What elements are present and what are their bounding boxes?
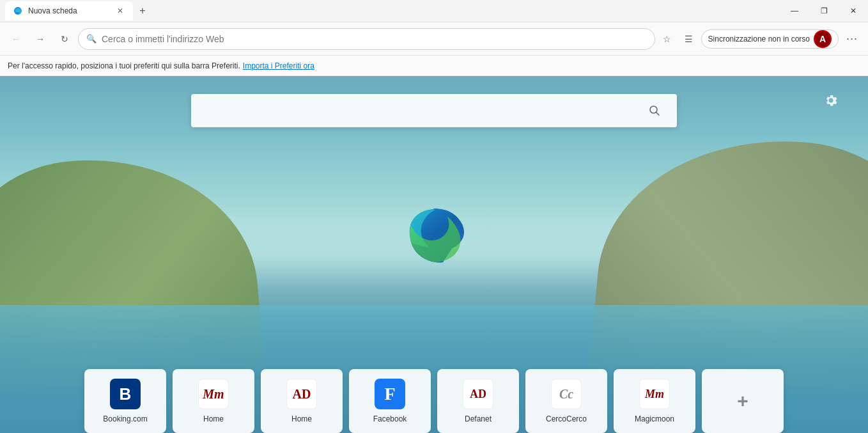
quick-link-defanet[interactable]: AD Defanet — [437, 369, 519, 433]
home2-label: Home — [291, 414, 312, 423]
settings-gear-button[interactable] — [819, 89, 842, 112]
quick-link-add[interactable]: + — [702, 369, 784, 433]
cercocerco-icon: Cc — [551, 379, 582, 409]
quick-link-magicmoon[interactable]: Mm Magicmoon — [614, 369, 695, 433]
quick-link-booking[interactable]: B Booking.com — [84, 369, 166, 433]
favbar-message: Per l'accesso rapido, posiziona i tuoi p… — [8, 61, 240, 70]
search-bar[interactable] — [191, 94, 677, 127]
magicmoon-icon: Mm — [639, 379, 670, 409]
navbar: ← → ↻ 🔍 ☆ ☰ Sincronizzazione non in cors… — [0, 22, 868, 56]
window-controls: — ❐ ✕ — [780, 0, 868, 22]
search-button[interactable] — [643, 99, 666, 122]
back-button[interactable]: ← — [5, 28, 27, 50]
quick-links-container: B Booking.com Mm Home AD Home F Facebook — [84, 369, 784, 433]
new-tab-button[interactable]: + — [133, 1, 152, 20]
more-options-button[interactable]: ··· — [841, 28, 863, 50]
edge-logo — [396, 197, 472, 276]
forward-button[interactable]: → — [29, 28, 51, 50]
home1-icon: Mm — [198, 379, 229, 409]
quick-link-home2[interactable]: AD Home — [261, 369, 343, 433]
defanet-label: Defanet — [465, 414, 492, 423]
quick-link-cercocerco[interactable]: Cc CercoCerco — [525, 369, 607, 433]
facebook-label: Facebook — [373, 414, 407, 423]
edge-tab-icon — [13, 6, 23, 16]
address-input[interactable] — [102, 34, 647, 44]
favorites-button[interactable]: ☆ — [658, 29, 677, 49]
add-icon: + — [727, 386, 758, 416]
address-search-icon: 🔍 — [86, 34, 97, 43]
titlebar: Nuova scheda ✕ + — ❐ ✕ — [0, 0, 868, 22]
defanet-icon: AD — [463, 379, 493, 409]
booking-icon: B — [110, 379, 141, 409]
close-button[interactable]: ✕ — [839, 0, 868, 22]
read-aloud-button[interactable]: ☰ — [679, 29, 699, 49]
tab-close-button[interactable]: ✕ — [115, 6, 125, 16]
quick-link-facebook[interactable]: F Facebook — [349, 369, 431, 433]
profile-avatar: A — [814, 30, 832, 48]
search-container — [191, 94, 677, 127]
tab-title: Nuova scheda — [28, 6, 77, 15]
home1-label: Home — [203, 414, 224, 423]
cercocerco-label: CercoCerco — [546, 414, 587, 423]
import-favorites-link[interactable]: Importa i Preferiti ora — [243, 61, 314, 70]
booking-label: Booking.com — [103, 414, 147, 423]
search-input[interactable] — [202, 105, 637, 116]
main-content: B Booking.com Mm Home AD Home F Facebook — [0, 76, 868, 433]
favorites-bar: Per l'accesso rapido, posiziona i tuoi p… — [0, 56, 868, 76]
minimize-button[interactable]: — — [780, 0, 809, 22]
sync-button[interactable]: Sincronizzazione non in corso A — [701, 29, 839, 49]
facebook-icon: F — [375, 379, 405, 409]
address-bar[interactable]: 🔍 — [78, 28, 655, 50]
home2-icon: AD — [286, 379, 317, 409]
sync-label: Sincronizzazione non in corso — [708, 35, 810, 43]
search-icon — [649, 105, 660, 116]
quick-link-home1[interactable]: Mm Home — [173, 369, 254, 433]
magicmoon-label: Magicmoon — [635, 414, 674, 423]
active-tab[interactable]: Nuova scheda ✕ — [5, 1, 133, 20]
svg-line-1 — [656, 113, 660, 116]
tab-area: Nuova scheda ✕ + — [0, 0, 780, 22]
restore-button[interactable]: ❐ — [809, 0, 839, 22]
refresh-button[interactable]: ↻ — [54, 28, 75, 50]
